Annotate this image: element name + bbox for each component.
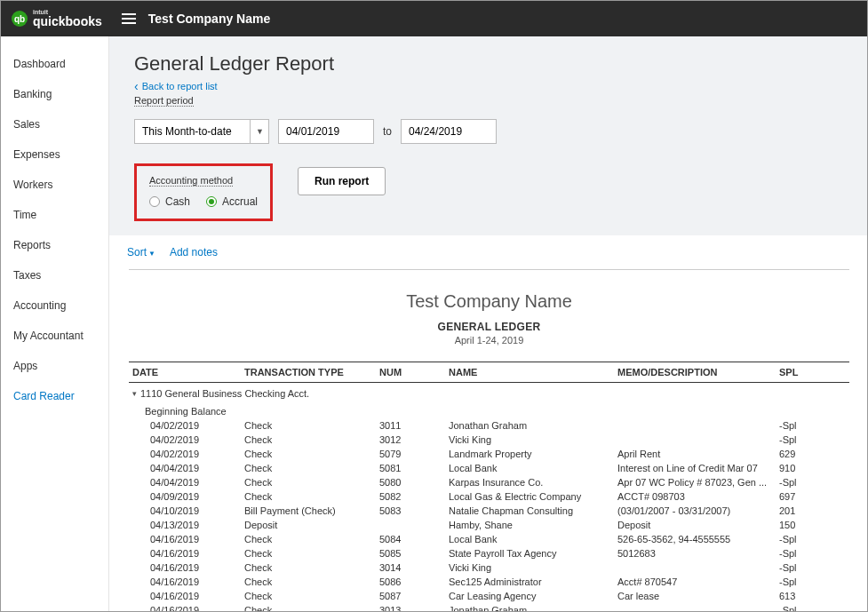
run-report-button[interactable]: Run report bbox=[298, 167, 386, 195]
brand-logo: qb intuit quickbooks bbox=[12, 9, 102, 28]
col-num[interactable]: NUM bbox=[379, 367, 449, 378]
table-header: DATE TRANSACTION TYPE NUM NAME MEMO/DESC… bbox=[129, 362, 849, 383]
col-type[interactable]: TRANSACTION TYPE bbox=[244, 367, 379, 378]
company-name: Test Company Name bbox=[148, 12, 270, 26]
radio-accrual[interactable]: Accrual bbox=[206, 195, 258, 208]
beginning-balance-row: Beginning Balance bbox=[129, 404, 849, 418]
main-content: General Ledger Report Back to report lis… bbox=[109, 36, 867, 612]
table-row[interactable]: 04/04/2019Check5080Karpas Insurance Co.A… bbox=[129, 475, 849, 489]
nav-workers[interactable]: Workers bbox=[1, 170, 108, 200]
sort-button[interactable]: Sort▼ bbox=[127, 246, 155, 258]
accounting-method-group: Accounting method Cash Accrual bbox=[134, 163, 273, 221]
table-row[interactable]: 04/16/2019Check5084Local Bank526-65-3562… bbox=[129, 532, 849, 546]
brand-badge-icon: qb bbox=[12, 11, 28, 27]
hamburger-menu-icon[interactable] bbox=[122, 13, 136, 24]
nav-my-accountant[interactable]: My Accountant bbox=[1, 321, 108, 351]
nav-expenses[interactable]: Expenses bbox=[1, 139, 108, 170]
ledger-table: DATE TRANSACTION TYPE NUM NAME MEMO/DESC… bbox=[129, 362, 849, 612]
nav-card-reader[interactable]: Card Reader bbox=[1, 381, 108, 411]
add-notes-button[interactable]: Add notes bbox=[170, 246, 218, 258]
report-company: Test Company Name bbox=[129, 291, 849, 312]
table-row[interactable]: 04/02/2019Check3011Jonathan Graham-Spl bbox=[129, 418, 849, 433]
nav-time[interactable]: Time bbox=[1, 200, 108, 230]
left-nav: DashboardBankingSalesExpensesWorkersTime… bbox=[1, 36, 109, 612]
report-period: April 1-24, 2019 bbox=[129, 335, 849, 346]
nav-banking[interactable]: Banking bbox=[1, 79, 108, 109]
table-row[interactable]: 04/16/2019Check5085State Payroll Tax Age… bbox=[129, 546, 849, 560]
chevron-down-icon: ▼ bbox=[148, 250, 155, 258]
nav-apps[interactable]: Apps bbox=[1, 351, 108, 381]
table-row[interactable]: 04/04/2019Check5081Local BankInterest on… bbox=[129, 461, 849, 475]
page-title: General Ledger Report bbox=[134, 52, 842, 76]
chevron-down-icon: ▾ bbox=[132, 389, 137, 398]
top-bar: qb intuit quickbooks Test Company Name bbox=[1, 1, 867, 36]
report-name: GENERAL LEDGER bbox=[129, 321, 849, 333]
table-row[interactable]: 04/09/2019Check5082Local Gas & Electric … bbox=[129, 489, 849, 504]
table-row[interactable]: 04/16/2019Check5086Sec125 AdministratorA… bbox=[129, 575, 849, 589]
nav-sales[interactable]: Sales bbox=[1, 109, 108, 139]
table-row[interactable]: 04/16/2019Check3013Jonathan Graham-Spl bbox=[129, 603, 849, 612]
table-row[interactable]: 04/13/2019DepositHamby, ShaneDeposit150 bbox=[129, 518, 849, 532]
date-from-input[interactable] bbox=[278, 119, 374, 144]
table-row[interactable]: 04/10/2019Bill Payment (Check)5083Natali… bbox=[129, 504, 849, 518]
table-row[interactable]: 04/02/2019Check5079Landmark PropertyApri… bbox=[129, 447, 849, 461]
brand-name: quickbooks bbox=[33, 14, 102, 28]
table-row[interactable]: 04/16/2019Check3014Vicki King-Spl bbox=[129, 560, 849, 575]
brand-supertext: intuit bbox=[33, 9, 102, 15]
nav-dashboard[interactable]: Dashboard bbox=[1, 49, 108, 79]
col-date[interactable]: DATE bbox=[129, 367, 244, 378]
table-row[interactable]: 04/16/2019Check5087Car Leasing AgencyCar… bbox=[129, 589, 849, 603]
col-split[interactable]: SPL bbox=[779, 367, 815, 378]
date-range-select[interactable]: This Month-to-date ▼ bbox=[134, 119, 269, 144]
report-panel: Sort▼ Add notes Test Company Name GENERA… bbox=[109, 235, 867, 612]
report-period-label: Report period bbox=[134, 95, 194, 107]
radio-cash[interactable]: Cash bbox=[149, 195, 190, 208]
to-label: to bbox=[383, 125, 392, 138]
col-name[interactable]: NAME bbox=[449, 367, 617, 378]
table-row[interactable]: 04/02/2019Check3012Vicki King-Spl bbox=[129, 433, 849, 447]
account-group-row[interactable]: ▾ 1110 General Business Checking Acct. bbox=[129, 383, 849, 404]
col-memo[interactable]: MEMO/DESCRIPTION bbox=[617, 367, 779, 378]
date-to-input[interactable] bbox=[401, 119, 497, 144]
accounting-method-label: Accounting method bbox=[149, 175, 233, 187]
nav-reports[interactable]: Reports bbox=[1, 230, 108, 260]
nav-accounting[interactable]: Accounting bbox=[1, 290, 108, 321]
back-to-list-link[interactable]: Back to report list bbox=[134, 81, 842, 91]
nav-taxes[interactable]: Taxes bbox=[1, 260, 108, 290]
